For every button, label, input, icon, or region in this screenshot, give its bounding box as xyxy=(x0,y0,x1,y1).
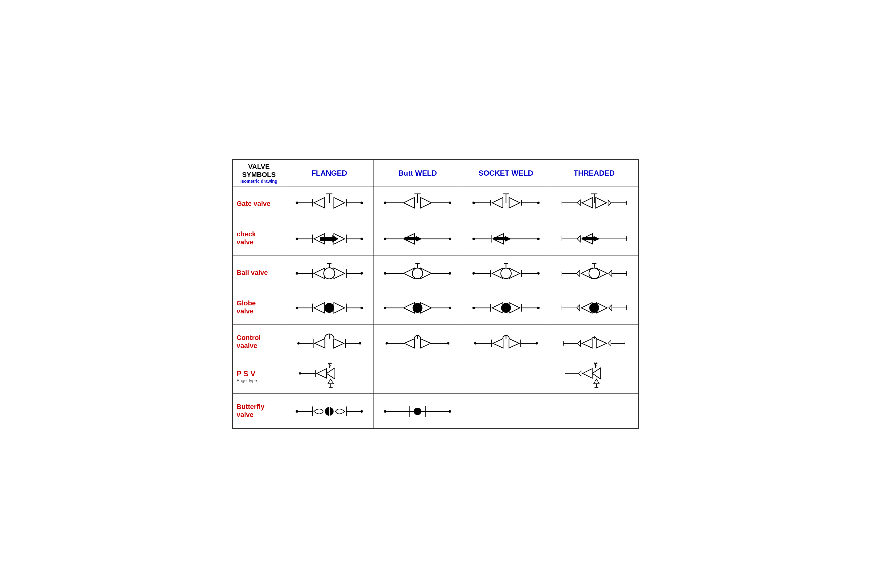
svg-point-16 xyxy=(384,201,386,204)
label-psv: P S V Engel type xyxy=(233,359,285,394)
svg-point-89 xyxy=(449,272,451,275)
psv-threaded-svg xyxy=(552,361,636,390)
label-check-valve: checkvalve xyxy=(233,221,285,255)
gate-valve-flanged-svg xyxy=(287,188,371,218)
svg-point-9 xyxy=(361,201,363,204)
svg-marker-188 xyxy=(328,379,334,384)
svg-marker-29 xyxy=(577,200,580,206)
svg-marker-12 xyxy=(421,197,431,208)
svg-point-153 xyxy=(297,342,300,345)
col-header-socket-weld: SOCKET WELD xyxy=(462,160,550,187)
psv-flanged-svg xyxy=(287,361,371,390)
svg-marker-200 xyxy=(594,379,599,384)
svg-point-60 xyxy=(472,237,475,240)
svg-point-169 xyxy=(474,342,476,345)
check-valve-flanged xyxy=(285,221,374,255)
svg-point-126 xyxy=(384,307,386,309)
svg-point-161 xyxy=(447,342,450,345)
check-valve-socket-weld xyxy=(462,221,550,255)
svg-point-96 xyxy=(501,268,511,279)
label-ball-valve: Ball valve xyxy=(233,255,285,290)
table-row-ball-valve: Ball valve xyxy=(233,255,638,290)
globe-valve-threaded xyxy=(550,290,638,324)
svg-point-191 xyxy=(299,372,301,375)
butterfly-valve-flanged xyxy=(285,394,374,428)
svg-point-217 xyxy=(414,408,421,415)
svg-marker-172 xyxy=(578,340,581,346)
svg-marker-20 xyxy=(492,197,503,208)
svg-point-46 xyxy=(361,237,363,240)
gate-valve-butt-weld-svg xyxy=(376,188,459,218)
svg-marker-175 xyxy=(608,340,611,346)
svg-point-26 xyxy=(472,201,475,204)
svg-marker-3 xyxy=(334,197,345,208)
table-row-control-valve: Control vaalve xyxy=(233,324,638,359)
svg-point-170 xyxy=(536,342,538,345)
svg-marker-193 xyxy=(578,371,581,376)
svg-marker-63 xyxy=(577,236,580,242)
globe-valve-socket-weld-svg xyxy=(464,292,548,321)
svg-point-85 xyxy=(412,268,423,279)
gate-valve-socket-weld-svg xyxy=(464,188,548,218)
ball-valve-flanged-svg xyxy=(287,257,371,287)
col-header-flanged: FLANGED xyxy=(285,160,374,187)
ball-valve-threaded-svg xyxy=(552,257,636,287)
check-valve-threaded-svg xyxy=(552,223,636,252)
butterfly-valve-threaded xyxy=(550,394,638,428)
svg-point-219 xyxy=(449,410,451,413)
globe-valve-butt-weld xyxy=(374,290,462,324)
label-control-valve: Control vaalve xyxy=(233,324,285,359)
svg-marker-183 xyxy=(327,368,335,379)
gate-valve-threaded xyxy=(550,187,638,221)
control-valve-socket-weld-svg xyxy=(464,326,548,356)
svg-point-107 xyxy=(589,268,599,279)
svg-point-127 xyxy=(449,307,451,309)
svg-point-52 xyxy=(384,237,386,240)
table-title: VALVE SYMBOLS xyxy=(235,163,283,179)
control-valve-butt-weld-svg xyxy=(376,326,459,356)
svg-marker-114 xyxy=(314,303,325,313)
svg-point-134 xyxy=(501,303,511,313)
psv-threaded xyxy=(550,359,638,394)
svg-point-88 xyxy=(384,272,386,275)
svg-marker-157 xyxy=(421,339,431,348)
check-valve-threaded xyxy=(550,221,638,255)
svg-point-45 xyxy=(296,237,298,240)
ball-valve-socket-weld xyxy=(462,255,550,290)
psv-flanged xyxy=(285,359,374,394)
check-valve-flanged-svg xyxy=(287,223,371,252)
svg-marker-2 xyxy=(314,197,325,208)
svg-marker-30 xyxy=(582,197,593,208)
svg-marker-195 xyxy=(592,368,600,379)
svg-marker-21 xyxy=(509,197,520,208)
control-valve-threaded xyxy=(550,324,638,359)
check-valve-socket-weld-svg xyxy=(464,223,548,252)
ball-valve-butt-weld xyxy=(374,255,462,290)
gate-valve-threaded-svg xyxy=(552,188,636,218)
psv-butt-weld xyxy=(374,359,462,394)
col-header-butt-weld: Butt WELD xyxy=(374,160,462,187)
svg-marker-173 xyxy=(582,339,592,348)
table-header-first: VALVE SYMBOLS Isometric drawing xyxy=(233,160,285,187)
col-header-threaded: THREADED xyxy=(550,160,638,187)
svg-marker-174 xyxy=(596,339,606,348)
globe-valve-socket-weld xyxy=(462,290,550,324)
svg-point-143 xyxy=(589,303,599,313)
svg-point-118 xyxy=(325,303,334,313)
ball-valve-flanged xyxy=(285,255,374,290)
svg-marker-141 xyxy=(609,305,612,311)
svg-point-79 xyxy=(296,272,298,275)
svg-point-99 xyxy=(472,272,475,275)
svg-marker-32 xyxy=(608,200,611,206)
svg-point-210 xyxy=(296,410,298,413)
control-valve-flanged xyxy=(285,324,374,359)
svg-point-125 xyxy=(413,303,422,313)
butterfly-valve-butt-weld xyxy=(374,394,462,428)
table-subtitle: Isometric drawing xyxy=(235,179,283,184)
table-row-butterfly-valve: Butterfly valve xyxy=(233,394,638,428)
butterfly-valve-socket-weld xyxy=(462,394,550,428)
svg-marker-11 xyxy=(404,197,415,208)
svg-marker-73 xyxy=(334,268,345,279)
table-row-globe-valve: Globevalve xyxy=(233,290,638,324)
globe-valve-butt-weld-svg xyxy=(376,292,459,321)
